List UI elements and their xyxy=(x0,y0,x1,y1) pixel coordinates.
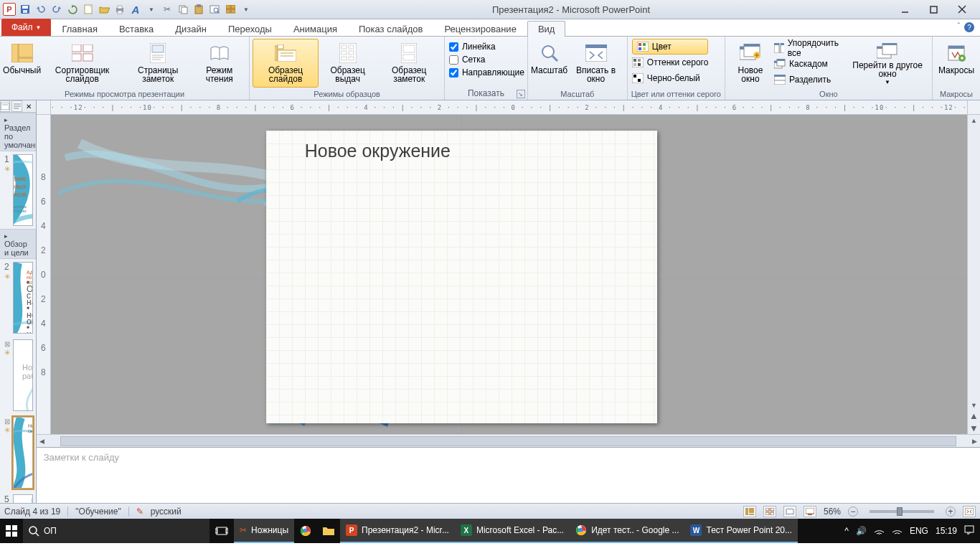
outline-tab-icon[interactable] xyxy=(11,100,22,112)
language-indicator[interactable]: русский xyxy=(151,507,182,517)
switch-windows-button[interactable]: Перейти в другое окно▼ xyxy=(846,39,929,88)
tray-wifi-icon[interactable] xyxy=(892,526,903,537)
qat-redo-icon[interactable] xyxy=(50,3,63,16)
qat-print-icon[interactable] xyxy=(113,3,126,16)
help-icon[interactable]: ? xyxy=(964,22,974,32)
qat-paste-icon[interactable] xyxy=(192,3,205,16)
qat-quickprint-icon[interactable]: A xyxy=(129,3,142,16)
horizontal-scrollbar[interactable]: ◀ ▶ xyxy=(37,434,980,447)
split-button[interactable]: Разделить xyxy=(774,72,844,88)
scroll-right-icon[interactable]: ▶ xyxy=(969,438,980,445)
tray-chevron-icon[interactable]: ^ xyxy=(844,526,849,536)
tray-notifications-icon[interactable] xyxy=(964,525,974,537)
panel-close-icon[interactable]: ✕ xyxy=(24,100,34,112)
slideshow-view-icon[interactable] xyxy=(804,506,816,517)
slide-canvas[interactable]: Новое окружение xyxy=(51,115,967,434)
slide-thumb-1[interactable]: 1✳ Обучение новых сотрудников Имя доклад… xyxy=(0,151,36,229)
guides-checkbox[interactable]: Направляющие xyxy=(449,66,524,79)
task-chrome[interactable] xyxy=(294,519,317,543)
arrange-all-button[interactable]: Упорядочить все xyxy=(774,40,844,56)
tab-design[interactable]: Дизайн xyxy=(164,21,217,37)
vertical-scrollbar[interactable]: ▲ ▼ ⯅ ⯆ xyxy=(967,115,980,434)
maximize-button[interactable] xyxy=(924,2,943,17)
slide[interactable]: Новое окружение xyxy=(266,131,657,423)
zoom-in-button[interactable]: + xyxy=(946,507,956,517)
tray-network-icon[interactable] xyxy=(874,526,885,537)
notes-page-button[interactable]: Страницы заметок xyxy=(123,39,192,88)
tab-review[interactable]: Рецензирование xyxy=(433,21,527,37)
tab-file[interactable]: Файл▼ xyxy=(1,19,51,36)
qat-dropdown-icon[interactable]: ▼ xyxy=(145,3,158,16)
scroll-down-icon[interactable]: ▼ xyxy=(968,400,980,411)
qat-cut-icon[interactable]: ✂ xyxy=(161,3,174,16)
tab-insert[interactable]: Вставка xyxy=(108,21,164,37)
qat-copy-icon[interactable] xyxy=(176,3,189,16)
notes-master-button[interactable]: Образец заметок xyxy=(377,39,441,88)
gridlines-checkbox[interactable]: Сетка xyxy=(449,53,524,66)
tray-language[interactable]: ENG xyxy=(910,526,928,536)
slide-thumb-2[interactable]: 2✳ Адаптация нового сотрудника • Ознаком… xyxy=(0,259,36,336)
slide-indicator[interactable]: Слайд 4 из 19 xyxy=(4,507,60,517)
section-default[interactable]: Раздел по умолчанию xyxy=(0,113,36,151)
task-snip[interactable]: ✂Ножницы xyxy=(234,519,294,543)
reading-view-button[interactable]: Режим чтения xyxy=(192,39,246,88)
normal-view-icon[interactable] xyxy=(743,506,756,517)
zoom-level[interactable]: 56% xyxy=(824,507,841,517)
cascade-button[interactable]: Каскадом xyxy=(774,56,844,72)
zoom-slider[interactable] xyxy=(870,510,934,513)
qat-open-icon[interactable] xyxy=(98,3,110,16)
start-button[interactable] xyxy=(0,519,23,543)
tab-animation[interactable]: Анимация xyxy=(283,21,348,37)
spellcheck-icon[interactable]: ✎ xyxy=(136,507,143,517)
macros-button[interactable]: Макросы xyxy=(936,39,977,88)
normal-view-button[interactable]: Обычный xyxy=(3,39,41,88)
task-chrome2[interactable]: Идет тест.. - Google ... xyxy=(570,519,684,543)
qat-grid-icon[interactable] xyxy=(224,3,237,16)
slides-tab-icon[interactable] xyxy=(0,100,10,112)
ribbon-minimize-icon[interactable]: ˆ xyxy=(958,22,960,32)
vertical-ruler[interactable]: 864202468 xyxy=(37,115,51,434)
scroll-left-icon[interactable]: ◀ xyxy=(37,438,47,445)
fit-window-button[interactable]: Вписать в окно xyxy=(567,39,624,88)
task-excel[interactable]: XMicrosoft Excel - Рас... xyxy=(455,519,570,543)
task-powerpoint[interactable]: PПрезентация2 - Micr... xyxy=(340,519,455,543)
new-window-button[interactable]: Новое окно xyxy=(728,39,773,88)
qat-save-icon[interactable] xyxy=(19,3,32,16)
handout-master-button[interactable]: Образец выдач xyxy=(319,39,377,88)
blackwhite-button[interactable]: Черно-белый xyxy=(632,70,709,86)
tray-volume-icon[interactable]: 🔊 xyxy=(856,526,867,536)
slide-thumb-5[interactable]: 5✳ Новые коллеги xyxy=(0,491,36,503)
close-button[interactable] xyxy=(953,2,971,17)
slide-title[interactable]: Новое окружение xyxy=(305,141,451,161)
tab-home[interactable]: Главная xyxy=(51,21,108,37)
tab-transitions[interactable]: Переходы xyxy=(217,21,283,37)
sorter-view-icon[interactable] xyxy=(763,506,776,517)
qat-preview-icon[interactable] xyxy=(208,3,221,16)
scroll-up-icon[interactable]: ▲ xyxy=(968,115,980,126)
task-explorer[interactable] xyxy=(317,519,340,543)
theme-indicator[interactable]: "Обучение" xyxy=(75,507,121,517)
zoom-out-button[interactable]: − xyxy=(848,507,858,517)
grayscale-button[interactable]: Оттенки серого xyxy=(632,55,709,70)
reading-view-icon[interactable] xyxy=(783,506,796,517)
next-slide-icon[interactable]: ⯆ xyxy=(968,423,980,434)
task-word[interactable]: WТест Power Point 20... xyxy=(684,519,798,543)
qat-customize-icon[interactable]: ▼ xyxy=(240,3,253,16)
horizontal-ruler[interactable]: · · ·12· · · | · · ·10· · · | · · · 8 · … xyxy=(51,100,967,115)
minimize-button[interactable] xyxy=(895,2,914,17)
slide-thumb-3[interactable]: ⊠✳ Новая работа xyxy=(0,336,36,414)
slide-master-button[interactable]: Образец слайдов xyxy=(253,39,319,88)
notes-pane[interactable]: Заметки к слайду xyxy=(37,447,980,503)
prev-slide-icon[interactable]: ⯅ xyxy=(968,411,980,423)
qat-undo-icon[interactable] xyxy=(34,3,47,16)
tray-clock[interactable]: 15:19 xyxy=(936,526,957,536)
dialog-launcher-icon[interactable]: ↘ xyxy=(517,90,525,98)
tab-view[interactable]: Вид xyxy=(527,21,566,37)
zoom-button[interactable]: Масштаб xyxy=(531,39,567,88)
color-button[interactable]: Цвет xyxy=(632,39,709,55)
qat-refresh-icon[interactable] xyxy=(66,3,79,16)
fit-slide-icon[interactable] xyxy=(963,506,976,517)
qat-new-icon[interactable] xyxy=(82,3,95,16)
search-button[interactable]: ОП xyxy=(23,519,209,543)
slide-thumb-4[interactable]: ⊠✳ Новое окружение xyxy=(0,414,36,491)
